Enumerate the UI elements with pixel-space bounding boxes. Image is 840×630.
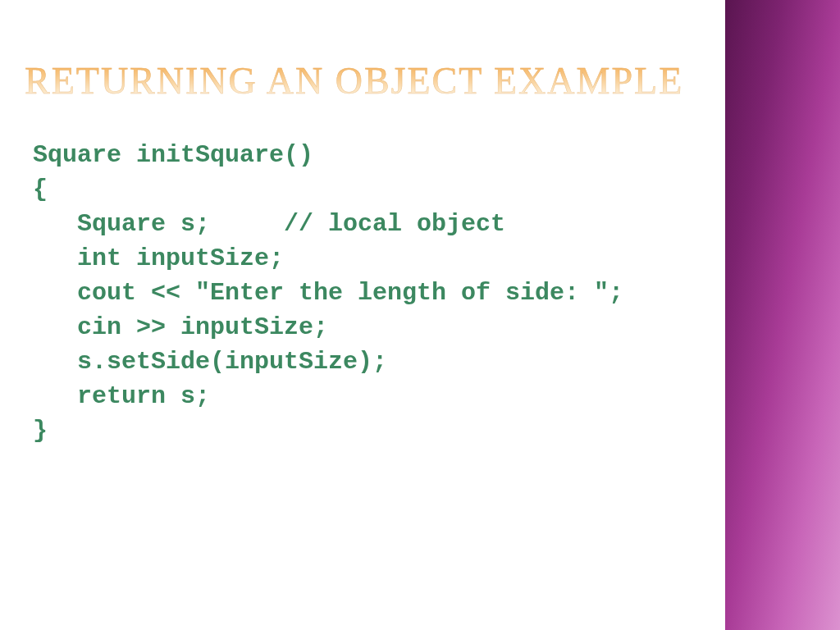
code-example: Square initSquare() { Square s; // local… <box>33 138 623 448</box>
slide-title: Returning an Object Example <box>25 59 683 103</box>
side-decoration <box>725 0 840 630</box>
